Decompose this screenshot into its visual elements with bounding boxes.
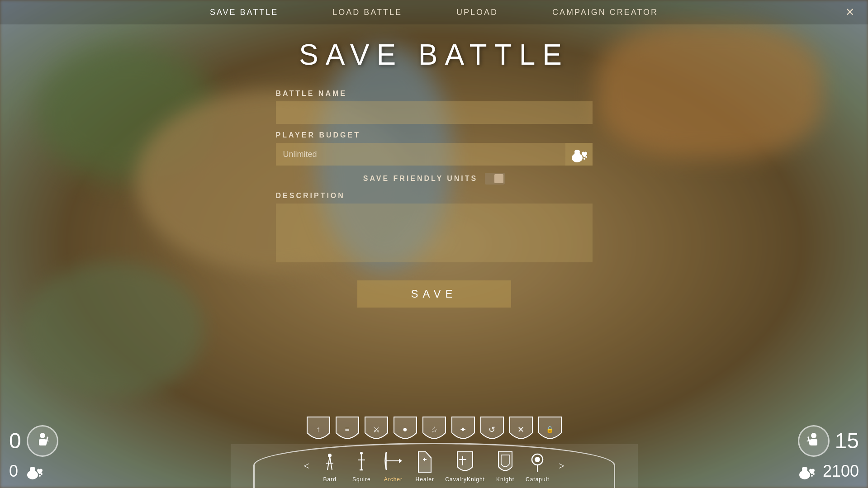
unit-card-knight[interactable]: Knight [489, 448, 521, 484]
player-icon-svg [34, 432, 51, 450]
nav-load-battle[interactable]: Load Battle [332, 8, 402, 17]
svg-point-5 [40, 433, 45, 438]
main-content: SAVE BATTLE BATTLE NAME PLAYER BUDGET [276, 24, 593, 308]
shield-btn-star[interactable]: ☆ [421, 415, 448, 444]
nav-save-battle[interactable]: Save Battle [210, 8, 278, 17]
svg-point-25 [811, 433, 816, 438]
svg-point-15 [360, 452, 363, 455]
description-section: DESCRIPTION [276, 192, 593, 264]
healer-label: Healer [416, 476, 434, 483]
center-hud: ↑ ≡ ⚔ ● ☆ ✦ ↺ [231, 415, 638, 488]
hud-right: 15 2100 [741, 429, 868, 488]
squire-label: Squire [352, 476, 371, 483]
svg-point-3 [585, 156, 587, 158]
svg-point-23 [535, 457, 540, 462]
healer-icon [413, 450, 436, 474]
svg-point-33 [811, 475, 813, 477]
battle-name-input[interactable] [276, 101, 593, 124]
unit-nav-left[interactable]: < [299, 460, 314, 472]
bard-icon [318, 450, 341, 474]
cavalry-label: CavalryKnight [445, 476, 485, 483]
nav-campaign-creator[interactable]: Campaign Creator [552, 8, 658, 17]
budget-row [276, 143, 593, 166]
left-budget-icon [22, 459, 47, 483]
knight-icon [494, 450, 517, 474]
left-score-bottom: 0 [9, 463, 18, 479]
svg-point-32 [813, 473, 815, 475]
player-budget-label: PLAYER BUDGET [276, 131, 593, 139]
shield-btn-up[interactable]: ↑ [305, 415, 332, 444]
shield-icon-row: ↑ ≡ ⚔ ● ☆ ✦ ↺ [305, 415, 564, 444]
shield-btn-return[interactable]: ↺ [479, 415, 506, 444]
description-label: DESCRIPTION [276, 192, 593, 200]
svg-point-12 [41, 473, 43, 475]
cavalry-icon [454, 450, 476, 474]
shield-btn-orb[interactable]: ● [392, 415, 419, 444]
player-budget-section: PLAYER BUDGET [276, 131, 593, 166]
budget-icon-button[interactable] [565, 143, 593, 166]
unit-card-cavalry[interactable]: CavalryKnight [441, 448, 489, 484]
budget-coin-icon [569, 144, 589, 164]
bard-label: Bard [323, 476, 337, 483]
hud-left: 0 0 [0, 429, 127, 488]
catapult-icon [526, 450, 549, 474]
budget-icon-svg [24, 461, 44, 481]
nav-upload[interactable]: Upload [456, 8, 498, 17]
hud-left-top: 0 [9, 425, 58, 457]
hud-right-bottom: 2100 [794, 459, 859, 483]
svg-point-11 [30, 467, 35, 470]
right-budget-icon [794, 459, 819, 483]
battle-name-label: BATTLE NAME [276, 90, 593, 98]
unit-card-catapult[interactable]: Catapult [521, 448, 554, 484]
svg-point-14 [328, 454, 332, 457]
player-budget-input[interactable] [276, 143, 565, 166]
save-friendly-label: SAVE FRIENDLY UNITS [363, 175, 478, 183]
bottom-hud: 0 0 [0, 429, 868, 488]
archer-icon [382, 450, 404, 474]
archer-label: Archer [384, 476, 403, 483]
left-player-icon [27, 425, 58, 457]
right-player-icon [798, 425, 830, 457]
unit-card-archer[interactable]: Archer [377, 448, 409, 484]
unit-card-bard[interactable]: Bard [314, 448, 346, 484]
description-input[interactable] [276, 204, 593, 262]
svg-point-13 [39, 475, 41, 477]
shield-btn-menu[interactable]: ≡ [334, 415, 361, 444]
right-score-bottom: 2100 [823, 463, 859, 479]
hud-left-bottom: 0 [9, 459, 47, 483]
svg-rect-26 [810, 439, 817, 445]
save-friendly-row: SAVE FRIENDLY UNITS [363, 173, 505, 185]
svg-point-31 [802, 467, 807, 470]
top-nav: Save Battle Load Battle Upload Campaign … [0, 0, 868, 24]
shield-btn-sword[interactable]: ⚔ [363, 415, 390, 444]
right-player-icon-svg [806, 432, 822, 450]
left-score-top: 0 [9, 430, 21, 452]
squire-icon [350, 450, 373, 474]
close-button[interactable]: ✕ [845, 6, 854, 19]
shield-btn-sparkle[interactable]: ✦ [450, 415, 477, 444]
shield-btn-lock[interactable]: 🔒 [536, 415, 564, 444]
svg-point-4 [583, 158, 585, 160]
knight-label: Knight [496, 476, 514, 483]
unit-nav-right[interactable]: > [554, 460, 569, 472]
unit-card-healer[interactable]: Healer [409, 448, 441, 484]
page-title: SAVE BATTLE [299, 38, 569, 71]
svg-point-2 [574, 150, 580, 153]
catapult-label: Catapult [526, 476, 550, 483]
unit-card-squire[interactable]: Squire [346, 448, 377, 484]
right-score-top: 15 [835, 430, 859, 452]
hud-right-top: 15 [798, 425, 859, 457]
unit-row: < Bard [231, 444, 638, 488]
save-button[interactable]: SAVE [357, 280, 511, 308]
battle-name-section: BATTLE NAME [276, 90, 593, 124]
save-friendly-toggle[interactable] [485, 173, 505, 185]
shield-btn-cross[interactable]: ✕ [508, 415, 535, 444]
